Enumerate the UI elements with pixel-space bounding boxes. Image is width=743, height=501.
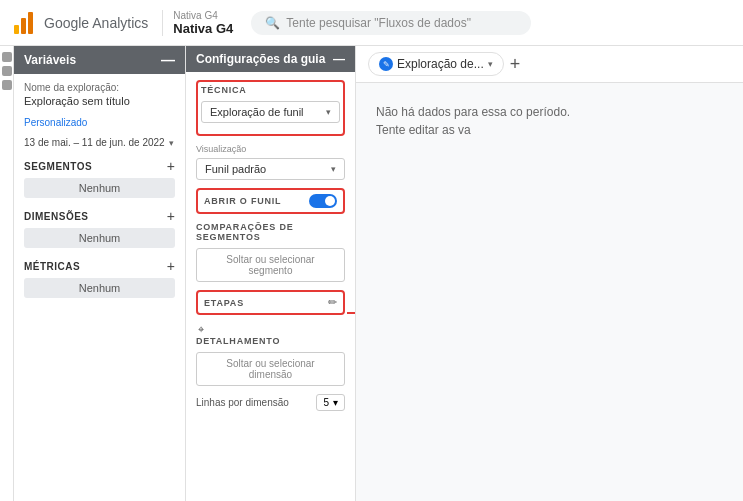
detalhamento-label: DETALHAMENTO xyxy=(196,336,345,346)
comp-segmentos-box-text: Soltar ou selecionar segmento xyxy=(226,254,314,276)
date-range[interactable]: 13 de mai. – 11 de jun. de 2022 ▾ xyxy=(24,137,175,148)
metrics-value: Nenhum xyxy=(24,278,175,298)
search-icon: 🔍 xyxy=(265,16,280,30)
property-name: Nativa G4 xyxy=(173,21,233,36)
metrics-section: MÉTRICAS + Nenhum xyxy=(24,258,175,298)
metrics-add-button[interactable]: + xyxy=(167,258,175,274)
analytics-logo-icon xyxy=(10,9,38,37)
personalizado-label: Personalizado xyxy=(24,117,87,128)
variables-panel-content: Nome da exploração: Exploração sem títul… xyxy=(14,74,185,501)
dimensions-value: Nenhum xyxy=(24,228,175,248)
tab-settings-panel-header: Configurações da guia — xyxy=(186,46,355,72)
content-toolbar: ✎ Exploração de... ▾ + xyxy=(356,46,743,83)
linhas-label: Linhas por dimensão xyxy=(196,397,289,408)
etapas-label: ETAPAS xyxy=(204,298,244,308)
left-sidebar xyxy=(0,46,14,501)
exploration-tab[interactable]: ✎ Exploração de... ▾ xyxy=(368,52,504,76)
variables-panel-minus[interactable]: — xyxy=(161,52,175,68)
tab-settings-panel-title: Configurações da guia xyxy=(196,52,325,66)
abrir-funil-toggle[interactable] xyxy=(309,194,337,208)
comp-segmentos-section: COMPARAÇÕES DE SEGMENTOS Soltar ou selec… xyxy=(196,222,345,282)
date-range-text: 13 de mai. – 11 de jun. de 2022 xyxy=(24,137,165,148)
viz-value: Funil padrão xyxy=(205,163,266,175)
tecnica-value: Exploração de funil xyxy=(210,106,304,118)
detalhamento-section: DETALHAMENTO Soltar ou selecionar dimens… xyxy=(196,336,345,386)
linhas-row: Linhas por dimensão 5 ▾ xyxy=(196,394,345,411)
tecnica-dropdown[interactable]: Exploração de funil ▾ xyxy=(201,101,340,123)
brand-name: Google Analytics xyxy=(44,15,148,31)
linhas-dropdown[interactable]: 5 ▾ xyxy=(316,394,345,411)
tecnica-caret-icon: ▾ xyxy=(326,107,331,117)
left-sidebar-icon-1[interactable] xyxy=(2,52,12,62)
exploration-label: Nome da exploração: xyxy=(24,82,175,93)
main-layout: Variáveis — Nome da exploração: Exploraç… xyxy=(0,46,743,501)
etapas-red-arrow xyxy=(347,308,355,318)
dimensions-add-button[interactable]: + xyxy=(167,208,175,224)
dimensions-title-row: DIMENSÕES + xyxy=(24,208,175,224)
tab-settings-panel-minus[interactable]: — xyxy=(333,52,345,66)
dimensions-section: DIMENSÕES + Nenhum xyxy=(24,208,175,248)
cursor-icon: ⌖ xyxy=(196,323,345,336)
detalhamento-box[interactable]: Soltar ou selecionar dimensão xyxy=(196,352,345,386)
property-sub: Nativa G4 xyxy=(173,10,233,21)
viz-caret-icon: ▾ xyxy=(331,164,336,174)
comp-segmentos-label: COMPARAÇÕES DE SEGMENTOS xyxy=(196,222,345,242)
segments-add-button[interactable]: + xyxy=(167,158,175,174)
content-body: Não há dados para essa co período. Tente… xyxy=(356,83,743,501)
tecnica-label: TÉCNICA xyxy=(201,85,340,95)
etapas-edit-icon[interactable]: ✏ xyxy=(328,296,337,309)
tab-add-button[interactable]: + xyxy=(510,54,521,75)
segments-section: SEGMENTOS + Nenhum xyxy=(24,158,175,198)
tab-caret-icon: ▾ xyxy=(488,59,493,69)
segments-value: Nenhum xyxy=(24,178,175,198)
svg-rect-0 xyxy=(14,25,19,34)
variables-panel-header: Variáveis — xyxy=(14,46,185,74)
left-sidebar-icon-2[interactable] xyxy=(2,66,12,76)
metrics-title: MÉTRICAS xyxy=(24,261,80,272)
left-sidebar-icon-3[interactable] xyxy=(2,80,12,90)
abrir-funil-section: ABRIR O FUNIL xyxy=(196,188,345,214)
abrir-funil-label: ABRIR O FUNIL xyxy=(204,196,281,206)
logo-area: Google Analytics xyxy=(10,9,148,37)
tab-label: Exploração de... xyxy=(397,57,484,71)
pencil-symbol: ✎ xyxy=(383,60,390,69)
etapas-container: ETAPAS ✏ ⌖ xyxy=(196,290,345,336)
linhas-caret-icon: ▾ xyxy=(333,397,338,408)
segments-title-row: SEGMENTOS + xyxy=(24,158,175,174)
tab-pencil-icon: ✎ xyxy=(379,57,393,71)
dimensions-title: DIMENSÕES xyxy=(24,211,89,222)
search-bar[interactable]: 🔍 Tente pesquisar "Fluxos de dados" xyxy=(251,11,531,35)
viz-label: Visualização xyxy=(196,144,345,154)
comp-segmentos-box[interactable]: Soltar ou selecionar segmento xyxy=(196,248,345,282)
property-area: Nativa G4 Nativa G4 xyxy=(162,10,233,36)
variables-panel-title: Variáveis xyxy=(24,53,76,67)
tecnica-section: TÉCNICA Exploração de funil ▾ xyxy=(196,80,345,136)
search-placeholder: Tente pesquisar "Fluxos de dados" xyxy=(286,16,471,30)
svg-rect-2 xyxy=(28,12,33,34)
detalhamento-box-text: Soltar ou selecionar dimensão xyxy=(226,358,314,380)
tab-settings-panel: Configurações da guia — TÉCNICA Exploraç… xyxy=(186,46,356,501)
segments-title: SEGMENTOS xyxy=(24,161,92,172)
viz-dropdown[interactable]: Funil padrão ▾ xyxy=(196,158,345,180)
personalizado-section: Personalizado xyxy=(24,115,175,129)
metrics-title-row: MÉTRICAS + xyxy=(24,258,175,274)
arrow-line xyxy=(347,312,355,314)
top-bar: Google Analytics Nativa G4 Nativa G4 🔍 T… xyxy=(0,0,743,46)
tab-settings-panel-content: TÉCNICA Exploração de funil ▾ Visualizaç… xyxy=(186,72,355,501)
linhas-value: 5 xyxy=(323,397,329,408)
exploration-name: Exploração sem título xyxy=(24,95,175,107)
svg-rect-1 xyxy=(21,18,26,34)
no-data-message: Não há dados para essa co período. Tente… xyxy=(376,103,576,139)
content-area: ✎ Exploração de... ▾ + Não há dados para… xyxy=(356,46,743,501)
etapas-section: ETAPAS ✏ xyxy=(196,290,345,315)
date-range-caret-icon: ▾ xyxy=(169,138,174,148)
variables-panel: Variáveis — Nome da exploração: Exploraç… xyxy=(14,46,186,501)
